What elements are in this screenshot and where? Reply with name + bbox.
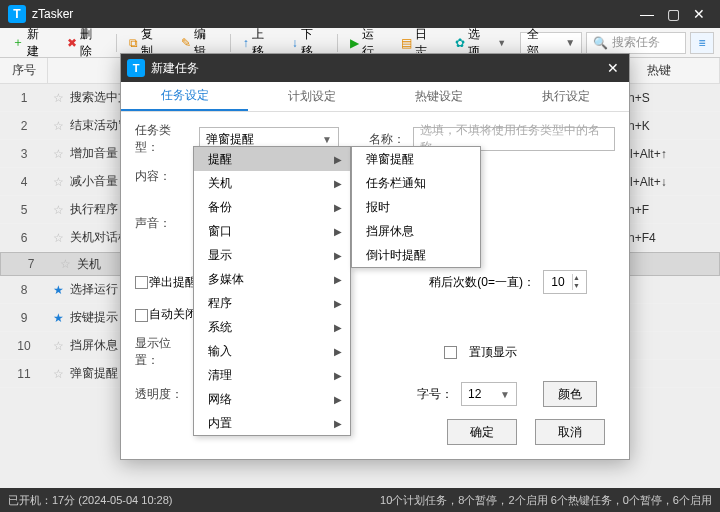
row-num: 3 [0,147,48,161]
menu-item-window[interactable]: 窗口▶ [194,219,350,243]
chevron-down-icon: ▼ [497,38,506,48]
menu-item-builtin[interactable]: 内置▶ [194,411,350,435]
gear-icon: ✿ [455,36,465,50]
chevron-right-icon: ▶ [334,154,342,165]
search-icon: 🔍 [593,36,608,50]
row-num: 4 [0,175,48,189]
label-remind: 弹出提醒 [149,274,197,291]
star-icon[interactable]: ★ [48,311,68,325]
delete-button[interactable]: ✖删除 [61,23,110,63]
ontop-checkbox[interactable] [444,346,457,359]
row-num: 6 [0,231,48,245]
submenu-popup[interactable]: 弹窗提醒 [352,147,480,171]
star-icon[interactable]: ☆ [48,91,68,105]
star-icon[interactable]: ☆ [48,175,68,189]
chevron-down-icon: ▼ [322,134,332,145]
label-ontop: 置顶显示 [469,344,517,361]
new-task-dialog: T 新建任务 ✕ 任务设定 计划设定 热键设定 执行设定 任务类型： 弹窗提醒▼… [120,53,630,460]
star-icon[interactable]: ☆ [55,257,75,271]
play-icon: ▶ [350,36,359,50]
label-fontsize: 字号： [417,386,453,403]
submenu-taskbar[interactable]: 任务栏通知 [352,171,480,195]
up-icon: ↑ [243,36,249,50]
star-icon[interactable]: ☆ [48,119,68,133]
delay-count-spinner[interactable]: 10▲▼ [543,270,587,294]
col-num[interactable]: 序号 [0,58,48,83]
listview-button[interactable]: ≡ [690,32,714,54]
row-num: 8 [0,283,48,297]
tab-task[interactable]: 任务设定 [121,82,248,111]
tab-hotkey[interactable]: 热键设定 [375,82,502,111]
row-num: 7 [7,257,55,271]
submenu-screenrest[interactable]: 挡屏休息 [352,219,480,243]
fontsize-select[interactable]: 12▼ [461,382,517,406]
type-submenu: 弹窗提醒 任务栏通知 报时 挡屏休息 倒计时提醒 [351,146,481,268]
type-menu: 提醒▶ 关机▶ 备份▶ 窗口▶ 显示▶ 多媒体▶ 程序▶ 系统▶ 输入▶ 清理▶… [193,146,351,436]
app-logo: T [8,5,26,23]
row-num: 1 [0,91,48,105]
label-type: 任务类型： [135,122,191,156]
new-button[interactable]: ＋新建 [6,23,57,63]
menu-item-remind[interactable]: 提醒▶ [194,147,350,171]
minimize-button[interactable]: — [634,6,660,22]
app-title: zTasker [32,7,73,21]
menu-item-clean[interactable]: 清理▶ [194,363,350,387]
label-name: 名称： [369,131,405,148]
star-icon[interactable]: ☆ [48,203,68,217]
label-content: 内容： [135,168,191,185]
label-opacity: 透明度： [135,386,191,403]
row-num: 2 [0,119,48,133]
menu-item-backup[interactable]: 备份▶ [194,195,350,219]
submenu-time[interactable]: 报时 [352,195,480,219]
label-sound: 声音： [135,215,191,232]
row-num: 5 [0,203,48,217]
maximize-button[interactable]: ▢ [660,6,686,22]
tab-schedule[interactable]: 计划设定 [248,82,375,111]
chevron-down-icon: ▼ [565,37,575,48]
x-icon: ✖ [67,36,77,50]
row-num: 11 [0,367,48,381]
label-delaycount: 稍后次数(0=一直)： [429,274,535,291]
filter-combo[interactable]: 全部▼ [520,32,582,54]
dialog-close-button[interactable]: ✕ [603,60,623,76]
star-icon[interactable]: ☆ [48,367,68,381]
list-icon: ≡ [699,36,706,50]
menu-item-shutdown[interactable]: 关机▶ [194,171,350,195]
label-pos: 显示位置： [135,335,191,369]
menu-item-media[interactable]: 多媒体▶ [194,267,350,291]
search-input[interactable]: 🔍搜索任务 [586,32,686,54]
color-button[interactable]: 颜色 [543,381,597,407]
dialog-logo: T [127,59,145,77]
submenu-countdown[interactable]: 倒计时提醒 [352,243,480,267]
remind-checkbox[interactable] [135,276,148,289]
status-right: 10个计划任务，8个暂停，2个启用 6个热键任务，0个暂停，6个启用 [380,493,712,508]
log-icon: ▤ [401,36,412,50]
down-icon: ↓ [292,36,298,50]
cancel-button[interactable]: 取消 [535,419,605,445]
label-autoclose: 自动关闭 [149,306,197,323]
star-icon[interactable]: ☆ [48,339,68,353]
plus-icon: ＋ [12,34,24,51]
close-button[interactable]: ✕ [686,6,712,22]
menu-item-program[interactable]: 程序▶ [194,291,350,315]
star-icon[interactable]: ☆ [48,231,68,245]
menu-item-display[interactable]: 显示▶ [194,243,350,267]
status-left: 已开机：17分 (2024-05-04 10:28) [8,493,172,508]
dialog-title: 新建任务 [151,60,199,77]
menu-item-network[interactable]: 网络▶ [194,387,350,411]
autoclose-checkbox[interactable] [135,309,148,322]
tab-exec[interactable]: 执行设定 [502,82,629,111]
menu-item-input[interactable]: 输入▶ [194,339,350,363]
ok-button[interactable]: 确定 [447,419,517,445]
star-icon[interactable]: ☆ [48,147,68,161]
menu-item-system[interactable]: 系统▶ [194,315,350,339]
row-num: 9 [0,311,48,325]
star-icon[interactable]: ★ [48,283,68,297]
row-num: 10 [0,339,48,353]
pencil-icon: ✎ [181,36,191,50]
copy-icon: ⧉ [129,36,138,50]
